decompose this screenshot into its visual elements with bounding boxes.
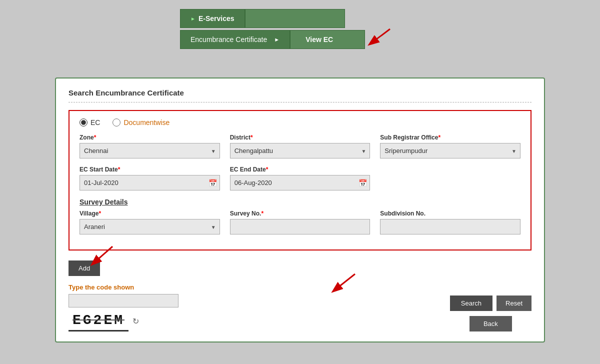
nav-viewec-label: View EC (306, 36, 333, 44)
village-required: * (98, 210, 101, 217)
ecstart-required: * (118, 166, 120, 173)
radio-ec-label[interactable]: EC (80, 118, 100, 126)
subdivno-label: Subdivision No. (380, 210, 520, 217)
back-button[interactable]: Back (470, 316, 512, 332)
nav-viewec[interactable]: View EC (290, 30, 365, 49)
radio-documentwise-label[interactable]: Documentwise (112, 118, 170, 126)
ecend-required: * (266, 166, 268, 173)
surveyno-input[interactable] (230, 219, 370, 234)
captcha-label: Type the code shown (68, 284, 178, 291)
ecstart-group: EC Start Date* 📅 (80, 166, 220, 190)
ecend-label: EC End Date* (230, 166, 370, 173)
arrow-viewec (355, 24, 395, 54)
ecstart-input[interactable] (80, 175, 220, 190)
district-required: * (250, 134, 253, 141)
district-group: District* Chengalpattu Chennai Coimbator… (230, 134, 370, 158)
reset-button[interactable]: Reset (496, 296, 532, 311)
navigation: E-Services Encumbrance Certificate View … (180, 9, 365, 49)
village-group: Village* Araneri Ambattur Avadi (80, 210, 220, 234)
zone-district-row: Zone* Chennai Coimbatore Madurai Distric… (80, 134, 520, 158)
radio-documentwise-text: Documentwise (124, 118, 170, 126)
svg-line-0 (370, 29, 390, 44)
search-button[interactable]: Search (450, 296, 492, 311)
nav-encumbrance-label: Encumbrance Certificate (190, 36, 267, 44)
captcha-code: EG2EM (68, 310, 128, 332)
card-title: Search Encumbrance Certificate (68, 88, 532, 102)
action-buttons: Search Reset Back (450, 296, 532, 332)
radio-documentwise[interactable] (112, 118, 120, 126)
ecend-date-wrapper: 📅 (230, 175, 370, 190)
radio-ec[interactable] (80, 118, 88, 126)
subregoffice-select[interactable]: Sriperumpudur Kancheepuram Tambaram (380, 143, 520, 158)
captcha-image-row: EG2EM ↻ (68, 310, 178, 332)
district-select-wrapper: Chengalpattu Chennai Coimbatore (230, 143, 370, 158)
ecstart-label: EC Start Date* (80, 166, 220, 173)
district-select[interactable]: Chengalpattu Chennai Coimbatore (230, 143, 370, 158)
survey-details-heading: Survey Details (80, 198, 520, 206)
nav-eservices-label: E-Services (198, 14, 234, 22)
subregoffice-select-wrapper: Sriperumpudur Kancheepuram Tambaram (380, 143, 520, 158)
captcha-section: Type the code shown EG2EM ↻ (68, 284, 178, 332)
village-select[interactable]: Araneri Ambattur Avadi (80, 219, 220, 234)
zone-select[interactable]: Chennai Coimbatore Madurai (80, 143, 220, 158)
district-label: District* (230, 134, 370, 141)
zone-required: * (94, 134, 96, 141)
surveyno-group: Survey No.* (230, 210, 370, 234)
subdivno-input[interactable] (380, 219, 520, 234)
subregoffice-group: Sub Registrar Office* Sriperumpudur Kanc… (380, 134, 520, 158)
subregoffice-required: * (438, 134, 440, 141)
surveyno-label: Survey No.* (230, 210, 370, 217)
subdivno-group: Subdivision No. (380, 210, 520, 234)
nav-eservices[interactable]: E-Services (180, 9, 245, 28)
ec-dates-row: EC Start Date* 📅 EC End Date* 📅 (80, 166, 520, 190)
captcha-input[interactable] (68, 294, 178, 308)
nav-encumbrance[interactable]: Encumbrance Certificate (180, 30, 290, 49)
zone-label: Zone* (80, 134, 220, 141)
add-button[interactable]: Add (68, 260, 100, 276)
zone-group: Zone* Chennai Coimbatore Madurai (80, 134, 220, 158)
ecstart-calendar-icon[interactable]: 📅 (208, 179, 217, 187)
zone-select-wrapper: Chennai Coimbatore Madurai (80, 143, 220, 158)
main-card: Search Encumbrance Certificate EC Docume… (55, 78, 545, 342)
ecend-calendar-icon[interactable]: 📅 (358, 179, 367, 187)
survey-row: Village* Araneri Ambattur Avadi Survey N… (80, 210, 520, 234)
ecstart-date-wrapper: 📅 (80, 175, 220, 190)
surveyno-required: * (261, 210, 264, 217)
bottom-section: Type the code shown EG2EM ↻ Search Reset… (68, 284, 532, 332)
subregoffice-label: Sub Registrar Office* (380, 134, 520, 141)
radio-ec-text: EC (90, 118, 100, 126)
search-form-section: EC Documentwise Zone* Chennai Coimbatore… (68, 110, 532, 250)
captcha-refresh-icon[interactable]: ↻ (132, 316, 139, 326)
village-select-wrapper: Araneri Ambattur Avadi (80, 219, 220, 234)
ecend-input[interactable] (230, 175, 370, 190)
radio-row: EC Documentwise (80, 118, 520, 126)
ecend-group: EC End Date* 📅 (230, 166, 370, 190)
search-reset-row: Search Reset (450, 296, 532, 311)
village-label: Village* (80, 210, 220, 217)
